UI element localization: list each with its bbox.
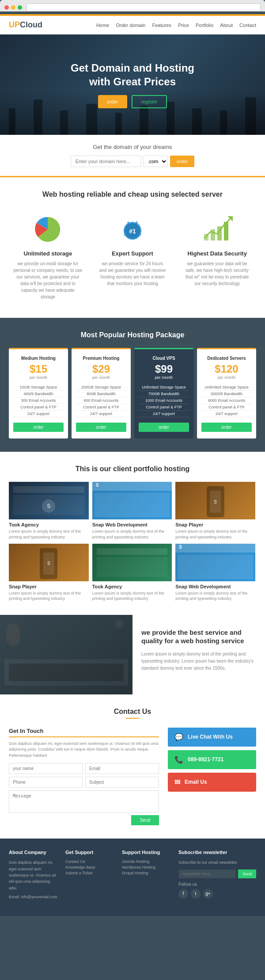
nav-features[interactable]: Features — [152, 23, 171, 28]
domain-form: .com .net .org order — [9, 156, 256, 167]
features-title: Web hosting reliable and cheap using sel… — [9, 191, 256, 198]
nav-price[interactable]: Price — [178, 23, 189, 28]
minimize-dot[interactable] — [11, 5, 15, 10]
maximize-dot[interactable] — [18, 5, 22, 10]
nav-order-domain[interactable]: Order domain — [116, 23, 145, 28]
footer-hosting-link-2[interactable]: Wordpress Hosting — [122, 865, 172, 869]
portfolio-item-6[interactable]: S Snap Web Development Lorem ipsum is si… — [175, 544, 255, 602]
pricing-feature: Control panel & FTP — [139, 404, 189, 411]
close-dot[interactable] — [4, 5, 9, 10]
footer-newsletter: Subscribe newsletter Subscribe to our em… — [178, 850, 256, 900]
pricing-title: Most Popular Hosting Package — [9, 331, 256, 339]
portfolio-title: This is our client portfolio hosting — [9, 465, 256, 473]
contact-info-text: Duis dapibus aliquam mi, eget euismod se… — [9, 741, 159, 759]
portfolio-item-1[interactable]: S Took Agency Lorem ipsum is simply dumm… — [9, 482, 89, 540]
footer-about-title: About Company — [9, 850, 59, 855]
browser-controls — [4, 4, 261, 11]
pricing-dedicated-order-button[interactable]: order — [201, 423, 252, 432]
portfolio-thumb-1: S — [9, 482, 89, 519]
nav-links: Home Order domain Features Price Portfol… — [96, 23, 256, 28]
contact-subject-input[interactable] — [85, 777, 159, 788]
pricing-feature: 800B Bandwidth — [76, 391, 126, 397]
phone-label: 089-8921-7721 — [188, 756, 223, 763]
pricing-dedicated-period: per month — [201, 375, 252, 380]
portfolio-section: This is our client portfolio hosting S T… — [0, 452, 265, 614]
social-icons: f t g+ — [178, 889, 256, 899]
domain-input[interactable] — [71, 156, 141, 167]
website: UPCloud Home Order domain Features Price… — [0, 14, 265, 916]
pricing-premium-order-button[interactable]: order — [76, 423, 126, 432]
pricing-feature: 5000/8 Bandwidth — [201, 391, 252, 397]
hero-buttons: order register — [9, 95, 256, 108]
hero-register-button[interactable]: register — [132, 95, 167, 108]
browser-chrome — [0, 0, 265, 11]
footer-about: About Company Duis dapibus aliquam mi, e… — [9, 850, 59, 900]
footer-hosting-link-3[interactable]: Drupal Hosting — [122, 871, 172, 875]
pricing-feature: 1000 Email Accounts — [139, 397, 189, 404]
nav-portfolio[interactable]: Portfolio — [196, 23, 213, 28]
portfolio-item-3[interactable]: S Snap Player Lorem ipsum is simply dumm… — [175, 482, 255, 540]
contact-email-input[interactable] — [85, 763, 159, 774]
domain-order-button[interactable]: order — [170, 156, 195, 167]
footer-support-link-1[interactable]: Contact Us — [65, 859, 115, 864]
facebook-icon[interactable]: f — [178, 889, 188, 899]
portfolio-item-3-desc: Lorem ipsum is simply dummy text of the … — [175, 529, 255, 540]
svg-text:#1: #1 — [129, 228, 136, 235]
pricing-medium-features: 10GB Storage Space 400/8 Bandwidth 300 E… — [13, 384, 64, 417]
pricing-cloud-order-button[interactable]: order — [139, 423, 189, 432]
pricing-feature: Unlimited Storage Space — [139, 384, 189, 391]
email-button[interactable]: ✉ Email Us — [168, 773, 256, 792]
nav-contact[interactable]: Contact — [239, 23, 256, 28]
about-content: we provide the best service and quality … — [132, 615, 265, 694]
footer-newsletter-input[interactable] — [178, 869, 236, 878]
footer-hosting-link-1[interactable]: Joomla Hosting — [122, 859, 172, 864]
footer-support-link-2[interactable]: Knowledge Base — [65, 865, 115, 869]
contact-send-button[interactable]: Send — [131, 815, 159, 825]
live-chat-button[interactable]: 💬 Live Chat With Us — [168, 728, 256, 747]
pricing-dedicated-features: Unlimited Storage Space 5000/8 Bandwidth… — [201, 384, 252, 417]
googleplus-icon[interactable]: g+ — [203, 889, 213, 899]
feature-expert-support: #1 Expert Support we provide service for… — [94, 210, 172, 305]
chart-bar-icon — [202, 214, 233, 245]
pricing-medium-order-button[interactable]: order — [13, 423, 64, 432]
pricing-medium-name: Medium Hosting — [13, 356, 64, 361]
nav-home[interactable]: Home — [96, 23, 109, 28]
footer-support: Get Support Contact Us Knowledge Base Su… — [65, 850, 115, 900]
contact-message-input[interactable] — [9, 790, 159, 812]
pricing-feature: 6000 Email Accounts — [201, 397, 252, 404]
portfolio-item-4[interactable]: S Snap Player Lorem ipsum is simply dumm… — [9, 544, 89, 602]
nav-about[interactable]: About — [220, 23, 233, 28]
pricing-premium-price: $29 — [76, 363, 126, 375]
portfolio-item-2[interactable]: S Snap Web Development Lorem ipsum is si… — [92, 482, 172, 540]
logo-cloud: Cloud — [20, 20, 42, 29]
footer: About Company Duis dapibus aliquam mi, e… — [0, 839, 265, 915]
hero-order-button[interactable]: order — [98, 95, 127, 108]
contact-name-input[interactable] — [9, 763, 83, 774]
logo[interactable]: UPCloud — [9, 20, 42, 30]
contact-phone-input[interactable] — [9, 777, 83, 788]
url-bar[interactable] — [26, 4, 261, 11]
footer-support-link-3[interactable]: Submit a Ticket — [65, 871, 115, 875]
email-icon: ✉ — [174, 778, 180, 786]
svg-rect-9 — [217, 226, 222, 240]
portfolio-thumb-5 — [92, 544, 172, 581]
portfolio-thumb-3: S — [175, 482, 255, 519]
footer-newsletter-button[interactable]: Send — [238, 869, 256, 878]
twitter-icon[interactable]: t — [191, 889, 201, 899]
contact-section: Contact Us Get In Touch Duis dapibus ali… — [0, 694, 265, 839]
portfolio-item-5[interactable]: Took Agency Lorem ipsum is simply dummy … — [92, 544, 172, 602]
contact-divider — [126, 718, 139, 719]
phone-button[interactable]: 📞 089-8921-7721 — [168, 750, 256, 769]
pricing-feature: Control panel & FTP — [13, 404, 64, 411]
portfolio-item-6-desc: Lorem ipsum is simply dummy text of the … — [175, 591, 255, 602]
feature-1-desc: we provide un-mold storage for personal … — [13, 260, 83, 300]
domain-extension-select[interactable]: .com .net .org — [144, 156, 168, 167]
pricing-feature: 24/7 support — [201, 411, 252, 417]
pricing-feature: Unlimited Storage Space — [201, 384, 252, 391]
about-title: we provide the best service and quality … — [141, 628, 256, 645]
svg-rect-10 — [224, 222, 228, 240]
pricing-feature: 24/7 support — [13, 411, 64, 417]
portfolio-grid: S Took Agency Lorem ipsum is simply dumm… — [9, 482, 256, 601]
feature-2-name: Expert Support — [98, 250, 167, 257]
contact-grid: Get In Touch Duis dapibus aliquam mi, eg… — [9, 728, 256, 826]
